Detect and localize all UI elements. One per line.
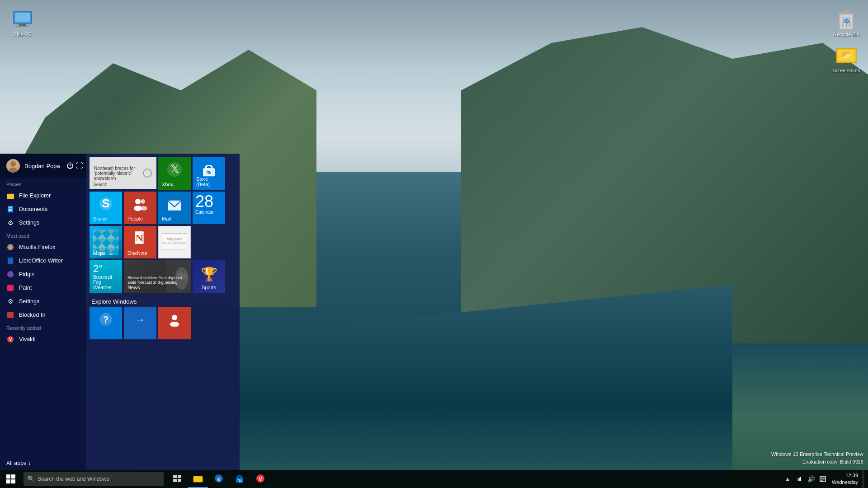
all-apps-button[interactable]: All apps ↓ (0, 456, 86, 470)
svg-point-56 (172, 315, 177, 320)
svg-rect-49 (142, 233, 146, 243)
expand-button[interactable]: ⛶ (75, 159, 83, 173)
xbox-icon: 𝕏 (166, 161, 183, 182)
tiles-row-3: Maps N OneNote (90, 226, 236, 258)
firefox-label: Mozilla Firefox (19, 244, 56, 250)
start-menu-item-settings[interactable]: ⚙ Settings (0, 216, 86, 230)
news-content: Blizzard-stricken East digs out amid for… (127, 276, 187, 285)
taskbar-search-bar[interactable]: 🔍 Search the web and Windows (24, 472, 164, 486)
svg-text:→: → (135, 314, 145, 325)
svg-point-16 (10, 161, 16, 167)
start-menu-item-documents[interactable]: Documents (0, 202, 86, 216)
desktop-icon-this-pc-label: This PC (14, 32, 31, 37)
pidgin-label: Pidgin (19, 271, 35, 277)
weather-tile[interactable]: 2° București Fog Weather (90, 260, 122, 293)
libreoffice-icon (6, 257, 14, 265)
taskbar-vivaldi[interactable]: V (250, 470, 270, 488)
paint-label: Paint (19, 285, 32, 291)
skype-tile[interactable]: S Skype (90, 192, 122, 224)
svg-rect-30 (7, 285, 14, 291)
svg-text:🛍: 🛍 (207, 170, 211, 175)
svg-rect-78 (821, 478, 825, 479)
search-placeholder: Search the web and Windows (38, 476, 109, 482)
svg-rect-27 (8, 258, 13, 264)
show-desktop-button[interactable] (862, 470, 864, 488)
maps-tile-label: Maps (93, 250, 105, 256)
winsnap-preview: WINSNAPTRIAL VERSION (162, 233, 187, 249)
news-tile[interactable]: Blizzard-stricken East digs out amid for… (124, 260, 191, 293)
svg-rect-76 (800, 477, 801, 481)
vivaldi-label: Vivaldi (19, 336, 36, 343)
explore-tile-3[interactable] (158, 307, 191, 339)
start-menu-item-settings2[interactable]: ⚙ Settings (0, 295, 86, 308)
clock[interactable]: 12:39 Wednesday (832, 472, 858, 486)
calendar-tile[interactable]: 28 Calendar (193, 192, 225, 224)
windows-logo-icon (6, 474, 15, 483)
winsnap-tile[interactable]: WINSNAPTRIAL VERSION (158, 226, 191, 258)
explore-tiles-row: ? → (90, 307, 236, 339)
taskbar-edge[interactable]: e (209, 470, 229, 488)
start-menu-item-file-explorer[interactable]: File Explorer (0, 189, 86, 202)
onenote-icon: N (132, 230, 148, 250)
weather-city: București (93, 275, 112, 280)
taskbar-store[interactable]: 🛍 (230, 470, 250, 488)
vivaldi-icon: V (6, 335, 14, 343)
taskbar-task-view[interactable] (167, 470, 187, 488)
weather-tile-label: Weather (93, 285, 112, 290)
recently-added-label: Recently added (0, 322, 86, 333)
svg-text:N: N (136, 232, 143, 244)
start-tiles-panel: Northeast braces for 'potentially histor… (86, 154, 240, 470)
start-button[interactable] (0, 470, 22, 488)
paint-icon (6, 284, 14, 292)
store-tile[interactable]: 🛍 Store (Beta) (193, 157, 225, 190)
calendar-number: 28 (195, 193, 213, 210)
user-name: Bogdan Popa (24, 163, 60, 169)
desktop-icon-this-pc[interactable]: This PC (5, 6, 41, 39)
explore-tile-2[interactable]: → (124, 307, 156, 339)
mail-tile[interactable]: Mail (158, 192, 191, 224)
weather-temp: 2° (93, 263, 103, 275)
svg-text:V: V (9, 337, 12, 342)
svg-rect-80 (821, 480, 823, 481)
desktop-icon-recycle-bin-label: Recycle Bin (833, 32, 859, 37)
svg-point-41 (135, 199, 141, 204)
svg-text:V: V (259, 476, 262, 482)
tiles-row-1: Northeast braces for 'potentially histor… (90, 157, 236, 190)
desktop-icon-screenshots[interactable]: 📂 Screenshots (828, 42, 864, 75)
taskbar: 🔍 Search the web and Windows (0, 470, 868, 488)
search-tile[interactable]: Northeast braces for 'potentially histor… (90, 157, 156, 189)
onenote-tile[interactable]: N OneNote (124, 226, 156, 258)
search-tile-circle (143, 169, 152, 178)
explore-help-icon: ? (99, 312, 113, 331)
tray-network-icon[interactable] (794, 474, 805, 484)
settings-icon: ⚙ (6, 219, 14, 227)
taskbar-center: e 🛍 V (167, 470, 782, 488)
power-button[interactable]: ⏻ (66, 159, 74, 173)
tray-action-center[interactable] (817, 474, 828, 484)
taskbar-file-explorer[interactable] (188, 470, 208, 488)
tray-up-arrow[interactable]: ▲ (782, 474, 793, 484)
start-menu-item-paint[interactable]: Paint (0, 281, 86, 295)
desktop-icon-recycle-bin[interactable]: ♻ Recycle Bin (828, 6, 864, 39)
explore-tile-1[interactable]: ? (90, 307, 122, 339)
people-tile[interactable]: People (124, 192, 156, 224)
maps-tile[interactable]: Maps (90, 226, 122, 258)
svg-point-43 (141, 199, 145, 204)
desktop-icon-screenshots-label: Screenshots (832, 68, 860, 73)
svg-rect-58 (173, 475, 177, 478)
firefox-icon (6, 243, 14, 251)
xbox-tile[interactable]: 𝕏 Xbox (158, 157, 191, 190)
eval-line2: Evaluation copy. Build 9926 (771, 458, 863, 466)
skype-icon: S (98, 196, 114, 216)
svg-point-57 (170, 322, 179, 327)
start-menu-item-firefox[interactable]: Mozilla Firefox (0, 240, 86, 254)
start-menu-item-vivaldi[interactable]: V Vivaldi (0, 333, 86, 346)
all-apps-label: All apps ↓ (6, 460, 31, 466)
start-menu-item-blocked-in[interactable]: Blocked In (0, 308, 86, 322)
sports-tile[interactable]: 🏆 Sports (193, 260, 225, 293)
tray-volume-icon[interactable]: 🔊 (806, 474, 816, 484)
start-menu-item-libreoffice[interactable]: LibreOffice Writer (0, 254, 86, 267)
start-menu-item-pidgin[interactable]: Pidgin (0, 267, 86, 281)
tiles-row-4: 2° București Fog Weather (90, 260, 236, 293)
svg-rect-7 (843, 10, 849, 12)
